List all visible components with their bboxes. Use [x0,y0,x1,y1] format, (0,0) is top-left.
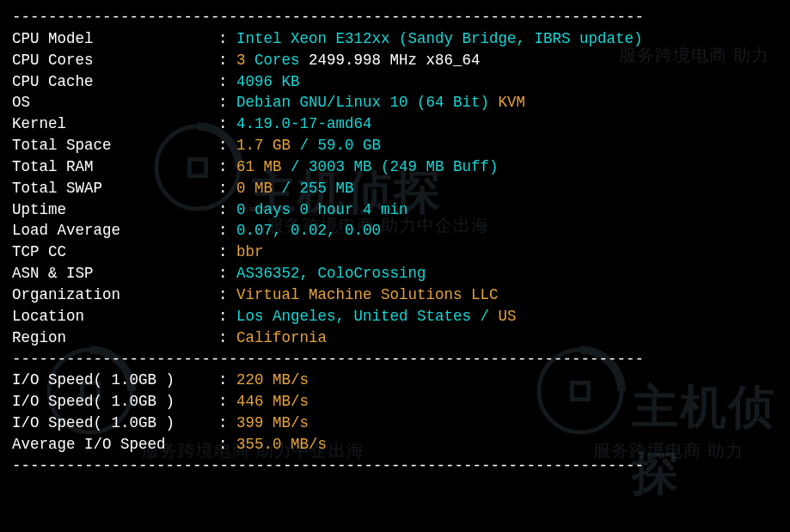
colon-separator: : [218,265,236,282]
row-value: 255 MB [300,180,354,197]
colon-separator: : [218,52,236,69]
terminal-output: ----------------------------------------… [12,7,783,477]
row-value: 1.7 GB [236,137,300,154]
row-value: ( [381,158,390,175]
separator-line: ----------------------------------------… [12,7,783,28]
colon-separator: : [218,393,236,410]
colon-separator: : [218,222,236,239]
info-row: Organization : Virtual Machine Solutions… [12,284,783,306]
colon-separator: : [218,158,236,175]
info-row: CPU Cache : 4096 KB [12,71,783,93]
colon-separator: : [218,308,236,325]
colon-separator: : [218,201,236,218]
row-label: Location [12,306,218,327]
row-label: Kernel [12,113,218,135]
row-value: California [236,329,327,346]
row-value: / [282,180,300,197]
colon-separator: : [218,286,236,303]
row-value: Virtual Machine Solutions LLC [236,286,499,303]
info-row: I/O Speed( 1.0GB ) : 399 MB/s [12,413,783,434]
system-info-block: CPU Model : Intel Xeon E312xx (Sandy Bri… [12,28,783,349]
colon-separator: : [218,414,236,431]
row-value: US [499,308,517,325]
colon-separator: : [218,436,236,453]
colon-separator: : [218,137,236,154]
row-value: bbr [236,243,264,260]
row-value: 3 [236,52,246,69]
info-row: I/O Speed( 1.0GB ) : 446 MB/s [12,391,783,413]
row-value: Los Angeles, United States / [236,308,499,325]
info-row: TCP CC : bbr [12,242,783,263]
info-row: Uptime : 0 days 0 hour 4 min [12,199,783,221]
info-row: CPU Cores : 3 Cores 2499.998 MHz x86_64 [12,50,783,71]
row-value: 355.0 MB/s [236,436,327,453]
separator-line: ----------------------------------------… [12,349,783,370]
separator-line: ----------------------------------------… [12,456,783,477]
row-value: Debian GNU/Linux 10 (64 Bit) [236,94,499,111]
colon-separator: : [218,94,236,111]
row-label: TCP CC [12,242,218,263]
info-row: Average I/O Speed : 355.0 MB/s [12,434,783,456]
colon-separator: : [218,371,236,388]
info-row: Total SWAP : 0 MB / 255 MB [12,178,783,199]
row-label: OS [12,92,218,113]
row-value: 399 MB/s [236,414,309,431]
row-value: KVM [499,94,526,111]
row-label: I/O Speed( 1.0GB ) [12,413,218,434]
colon-separator: : [218,30,236,47]
row-label: CPU Model [12,28,218,50]
row-value: 0.07, 0.02, 0.00 [236,222,381,239]
row-label: Region [12,327,218,349]
row-label: Average I/O Speed [12,434,218,456]
colon-separator: : [218,329,236,346]
row-value: 446 MB/s [236,393,309,410]
row-value: 4.19.0-17-amd64 [236,115,372,132]
row-label: Load Average [12,220,218,242]
colon-separator: : [218,73,236,90]
io-speed-block: I/O Speed( 1.0GB ) : 220 MB/sI/O Speed( … [12,370,783,455]
row-label: Total RAM [12,156,218,178]
info-row: ASN & ISP : AS36352, ColoCrossing [12,263,783,284]
info-row: Load Average : 0.07, 0.02, 0.00 [12,220,783,242]
row-label: CPU Cache [12,71,218,93]
row-value: Intel Xeon E312xx (Sandy Bridge, IBRS up… [236,30,643,47]
info-row: Kernel : 4.19.0-17-amd64 [12,113,783,135]
row-label: CPU Cores [12,50,218,71]
row-label: I/O Speed( 1.0GB ) [12,370,218,391]
row-value: 61 MB [236,158,291,175]
row-value: 2499.998 MHz x86_64 [309,52,481,69]
row-value: 59.0 GB [318,137,382,154]
row-label: I/O Speed( 1.0GB ) [12,391,218,413]
info-row: Location : Los Angeles, United States / … [12,306,783,327]
info-row: CPU Model : Intel Xeon E312xx (Sandy Bri… [12,28,783,50]
row-value: 249 MB Buff [390,158,490,175]
row-label: Uptime [12,199,218,221]
row-label: Total Space [12,135,218,156]
row-value: 220 MB/s [236,371,309,388]
info-row: OS : Debian GNU/Linux 10 (64 Bit) KVM [12,92,783,113]
info-row: Region : California [12,327,783,349]
row-label: Total SWAP [12,178,218,199]
colon-separator: : [218,115,236,132]
info-row: I/O Speed( 1.0GB ) : 220 MB/s [12,370,783,391]
row-value: AS36352, ColoCrossing [236,265,426,282]
row-value: 4096 KB [236,73,300,90]
row-value: 0 MB [236,180,282,197]
row-value: 0 days 0 hour 4 min [236,201,408,218]
row-value: ) [489,158,499,175]
row-value: Cores [246,52,309,69]
row-value: / [300,137,318,154]
row-value: 3003 MB [309,158,381,175]
row-label: Organization [12,284,218,306]
row-label: ASN & ISP [12,263,218,284]
colon-separator: : [218,243,236,260]
info-row: Total Space : 1.7 GB / 59.0 GB [12,135,783,156]
colon-separator: : [218,180,236,197]
row-value: / [291,158,309,175]
info-row: Total RAM : 61 MB / 3003 MB (249 MB Buff… [12,156,783,178]
